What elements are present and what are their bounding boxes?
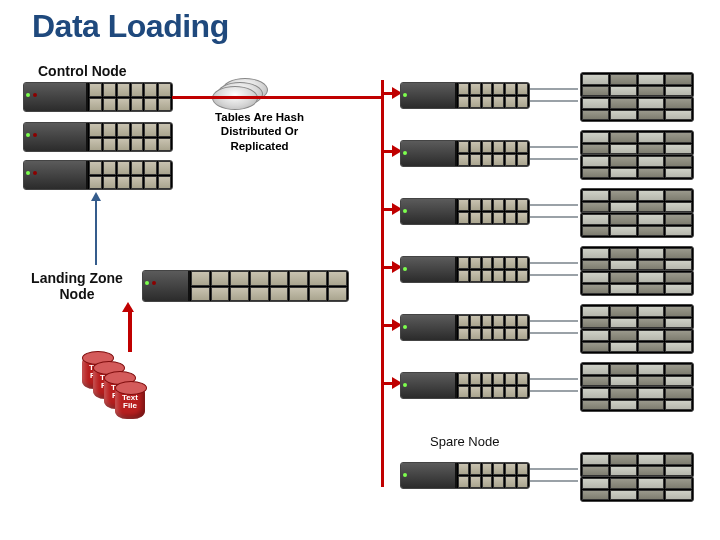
datafile-cylinder-4: Text File <box>115 385 145 419</box>
storage-shelf-4b <box>580 270 694 296</box>
storage-shelf-spare-b <box>580 476 694 502</box>
distribution-bus-from-control <box>172 96 384 99</box>
caption-line-3: Replicated <box>230 140 288 152</box>
storage-shelf-1a <box>580 72 694 98</box>
link-spare <box>530 468 578 482</box>
compute-node-1 <box>400 82 530 109</box>
page-title: Data Loading <box>32 8 229 45</box>
distribution-caption: Tables Are Hash Distributed Or Replicate… <box>202 110 317 153</box>
arrow-landing-to-control <box>95 200 97 265</box>
link-1 <box>530 88 578 102</box>
caption-line-2: Distributed Or <box>221 125 298 137</box>
label-control-node: Control Node <box>38 63 127 79</box>
arrow-files-to-landing-head <box>122 302 134 312</box>
link-4 <box>530 262 578 276</box>
distribution-bus-vertical <box>381 80 384 487</box>
server-landing-zone <box>142 270 349 302</box>
compute-node-6 <box>400 372 530 399</box>
storage-shelf-5a <box>580 304 694 330</box>
storage-shelf-3a <box>580 188 694 214</box>
server-control-backup-1 <box>23 122 173 152</box>
link-2 <box>530 146 578 160</box>
arrow-files-to-landing-stem <box>128 310 132 352</box>
label-landing-zone: Landing ZoneNode <box>22 270 132 302</box>
compute-node-3 <box>400 198 530 225</box>
storage-shelf-1b <box>580 96 694 122</box>
disk-stack-icon <box>212 68 272 108</box>
caption-line-1: Tables Are Hash <box>215 111 304 123</box>
storage-shelf-6b <box>580 386 694 412</box>
storage-shelf-4a <box>580 246 694 272</box>
server-control-backup-2 <box>23 160 173 190</box>
storage-shelf-3b <box>580 212 694 238</box>
label-spare-node: Spare Node <box>430 435 499 450</box>
server-control-node <box>23 82 173 112</box>
compute-node-4 <box>400 256 530 283</box>
storage-shelf-2b <box>580 154 694 180</box>
spare-node <box>400 462 530 489</box>
link-5 <box>530 320 578 334</box>
compute-node-5 <box>400 314 530 341</box>
storage-shelf-6a <box>580 362 694 388</box>
storage-shelf-5b <box>580 328 694 354</box>
storage-shelf-spare-a <box>580 452 694 478</box>
link-3 <box>530 204 578 218</box>
storage-shelf-2a <box>580 130 694 156</box>
compute-node-2 <box>400 140 530 167</box>
link-6 <box>530 378 578 392</box>
